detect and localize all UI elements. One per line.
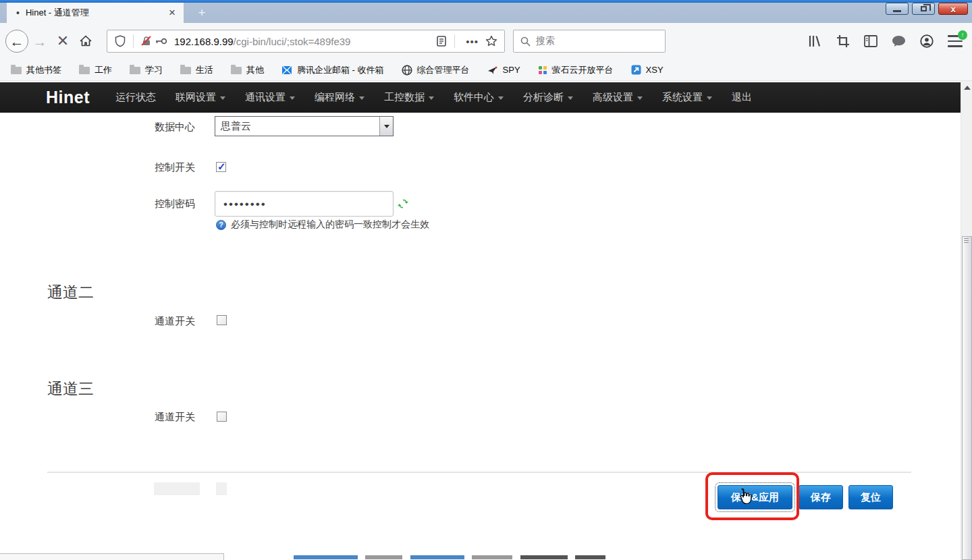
- window-controls: x: [886, 3, 968, 15]
- reader-mode-icon[interactable]: [434, 36, 449, 47]
- bookmark-tencent-mail[interactable]: 腾讯企业邮箱 - 收件箱: [281, 64, 384, 76]
- search-input[interactable]: 搜索: [513, 30, 666, 53]
- bookmark-folder-work[interactable]: 工作: [79, 64, 112, 76]
- bookmark-folder-study[interactable]: 学习: [130, 64, 163, 76]
- control-switch-label: 控制开关: [155, 161, 195, 174]
- section-title-channel-3: 通道三: [47, 379, 94, 399]
- menu-hamburger-icon[interactable]: ↑: [948, 35, 963, 47]
- scrollbar-grip-icon: [964, 238, 969, 244]
- insecure-lock-icon[interactable]: [139, 36, 154, 47]
- vertical-scrollbar[interactable]: [961, 81, 972, 560]
- folder-icon: [180, 67, 191, 74]
- ghost-artifact: [154, 482, 200, 495]
- minimize-icon: [893, 10, 901, 12]
- save-button[interactable]: 保存: [799, 485, 843, 509]
- nav-item-diagnostics[interactable]: 分析诊断: [523, 91, 573, 104]
- bookmark-folder-misc[interactable]: 其他: [231, 64, 264, 76]
- nav-item-comm-settings[interactable]: 通讯设置: [245, 91, 295, 104]
- forward-icon: →: [33, 34, 47, 49]
- update-badge-icon: ↑: [958, 30, 967, 40]
- chevron-down-icon: [384, 125, 389, 128]
- bookmark-star-icon[interactable]: [484, 35, 499, 47]
- home-button[interactable]: [74, 30, 97, 53]
- tab-close-icon[interactable]: ×: [166, 6, 178, 20]
- bookmarks-bar: 其他书签 工作 学习 生活 其他 腾讯企业邮箱 - 收件箱 综合管理平台 SPY…: [0, 59, 972, 81]
- chat-bubble-icon[interactable]: [892, 35, 906, 48]
- scrollbar-thumb[interactable]: [962, 236, 972, 560]
- bookmark-spy[interactable]: SPY: [487, 65, 520, 75]
- search-icon: [520, 36, 531, 47]
- screenshot-crop-icon[interactable]: [836, 34, 850, 48]
- bookmark-folder-other-bookmarks[interactable]: 其他书签: [11, 64, 61, 76]
- app-logo[interactable]: Hinet: [46, 88, 90, 107]
- control-switch-checkbox[interactable]: [216, 162, 226, 172]
- data-center-select[interactable]: 思普云: [215, 116, 394, 136]
- url-bar[interactable]: 192.168.9.99/cgi-bin/luci/;stok=489fe39 …: [107, 30, 505, 53]
- stop-icon: ✕: [57, 34, 69, 49]
- nav-item-network-settings[interactable]: 联网设置: [176, 91, 225, 104]
- nav-item-advanced-settings[interactable]: 高级设置: [593, 91, 643, 104]
- minimize-button[interactable]: [886, 3, 909, 15]
- triangle-up-icon: [964, 86, 971, 90]
- back-button[interactable]: ←: [5, 30, 28, 53]
- sidebar-icon[interactable]: [864, 35, 878, 47]
- page-actions-icon[interactable]: •••: [460, 36, 484, 47]
- password-help: ? 必须与控制时远程输入的密码一致控制才会生效: [216, 219, 429, 231]
- stop-button[interactable]: ✕: [51, 30, 74, 53]
- close-button[interactable]: x: [938, 3, 968, 15]
- mouse-cursor-hand-icon: [738, 488, 753, 505]
- chevron-down-icon: [359, 96, 364, 100]
- back-icon: ←: [10, 34, 24, 49]
- library-icon[interactable]: [807, 34, 822, 48]
- channel3-switch-label: 通道开关: [155, 411, 195, 424]
- refresh-icon[interactable]: [398, 198, 408, 209]
- help-icon: ?: [216, 220, 226, 230]
- channel3-switch-checkbox[interactable]: [217, 412, 227, 422]
- nav-item-industrial-data[interactable]: 工控数据: [384, 91, 434, 104]
- restore-button[interactable]: [912, 3, 935, 15]
- folder-icon: [231, 67, 242, 74]
- bookmark-folder-life[interactable]: 生活: [180, 64, 213, 76]
- help-text: 必须与控制时远程输入的密码一致控制才会生效: [231, 219, 429, 231]
- nav-item-logout[interactable]: 退出: [732, 91, 752, 104]
- tab-title: Hinet - 通道管理: [26, 7, 166, 19]
- forward-button[interactable]: →: [28, 30, 51, 53]
- nav-item-system-settings[interactable]: 系统设置: [662, 91, 712, 104]
- clipped-footer-text: [294, 555, 610, 559]
- globe-icon: [402, 65, 412, 76]
- bookmark-ezviz-platform[interactable]: 萤石云开放平台: [538, 64, 614, 76]
- ghost-artifact: [216, 482, 227, 495]
- select-dropdown-button[interactable]: [379, 117, 393, 136]
- browser-tab[interactable]: • Hinet - 通道管理 ×: [7, 3, 184, 23]
- toolbar-icons: ↑: [807, 34, 963, 48]
- chevron-down-icon: [707, 96, 712, 100]
- account-icon[interactable]: [920, 34, 934, 48]
- new-tab-button[interactable]: +: [193, 5, 211, 20]
- data-center-label: 数据中心: [155, 121, 195, 134]
- chevron-down-icon: [498, 96, 504, 100]
- nav-item-run-status[interactable]: 运行状态: [115, 91, 156, 104]
- folder-icon: [79, 67, 90, 74]
- key-icon[interactable]: [154, 37, 169, 45]
- home-icon: [79, 34, 92, 48]
- reset-button[interactable]: 复位: [848, 485, 893, 509]
- section-title-channel-2: 通道二: [47, 282, 94, 303]
- chevron-down-icon: [429, 96, 434, 100]
- control-password-input[interactable]: ••••••••: [215, 191, 394, 217]
- browser-toolbar: ← → ✕ 192.168.9.99/cgi-bin/luci/;stok=48…: [0, 23, 972, 59]
- shield-icon[interactable]: [113, 35, 128, 47]
- nav-item-programming-network[interactable]: 编程网络: [315, 91, 364, 104]
- app-nav: Hinet 运行状态 联网设置 通讯设置 编程网络 工控数据 软件中心 分析诊断…: [0, 82, 961, 113]
- masked-password-value: ••••••••: [215, 198, 267, 211]
- scroll-up-button[interactable]: [961, 82, 972, 93]
- restore-icon: [921, 6, 927, 11]
- bookmark-xsy[interactable]: XSY: [631, 65, 664, 75]
- url-text[interactable]: 192.168.9.99/cgi-bin/luci/;stok=489fe39: [174, 36, 434, 47]
- chevron-down-icon: [568, 96, 573, 100]
- channel2-switch-checkbox[interactable]: [217, 315, 227, 325]
- nav-item-software-center[interactable]: 软件中心: [454, 91, 504, 104]
- browser-window: • Hinet - 通道管理 × + x ← → ✕: [0, 0, 972, 560]
- grid-dots-icon: [538, 65, 547, 75]
- bookmark-management-platform[interactable]: 综合管理平台: [402, 64, 470, 76]
- folder-icon: [11, 67, 22, 74]
